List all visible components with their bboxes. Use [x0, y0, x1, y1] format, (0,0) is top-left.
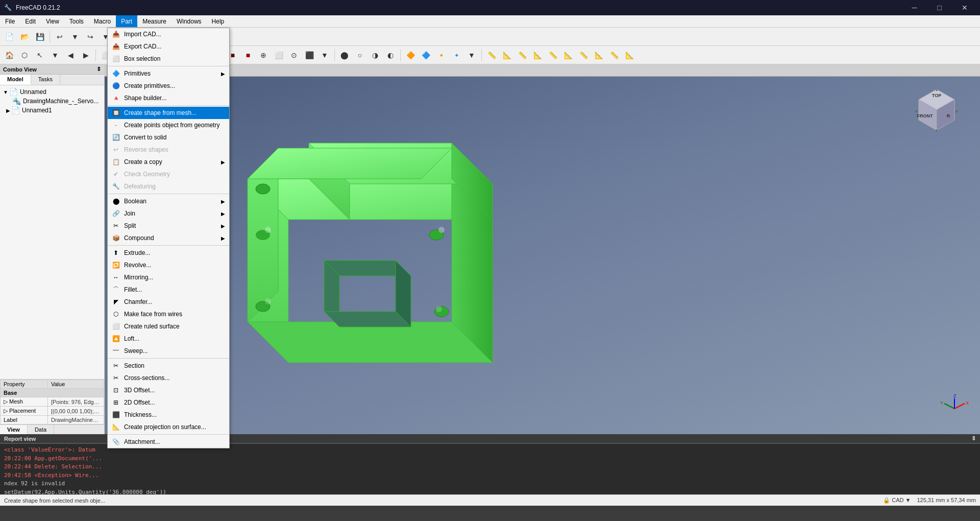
tb-measure7[interactable]: 📏 — [576, 48, 591, 62]
sep-7 — [400, 49, 401, 61]
tree-item-unnamed-label: Unnamed — [20, 88, 46, 96]
tb-measure6[interactable]: 📐 — [561, 48, 575, 62]
tab-tasks[interactable]: Tasks — [31, 75, 60, 85]
report-view[interactable]: <class 'ValueError'>: Datum 20:22:00 App… — [0, 443, 980, 494]
tb-save[interactable]: 💾 — [33, 30, 47, 44]
tb-new[interactable]: 📄 — [2, 30, 16, 44]
tb-measure8[interactable]: 📐 — [592, 48, 606, 62]
tab-data[interactable]: Data — [28, 425, 54, 434]
tb-chain-drop[interactable]: ▼ — [195, 30, 209, 44]
tb-part4[interactable]: 🔹 — [449, 48, 463, 62]
tree-item-unnamed[interactable]: ▼ 📄 Unnamed — [2, 87, 102, 97]
nav-cube-svg: TOP FRONT R ▲ ◀ ▶ ▼ — [914, 87, 960, 133]
tb-select-mode[interactable]: 🔷 — [129, 48, 143, 62]
tb-view-r1[interactable]: ■ — [210, 48, 225, 62]
menu-edit[interactable]: Edit — [20, 15, 41, 27]
close-button[interactable]: ✕ — [953, 0, 976, 15]
doc-tab-unnamed1-close[interactable]: ✕ — [207, 68, 211, 74]
svg-point-20 — [436, 306, 442, 312]
tb-view-r3[interactable]: ■ — [241, 48, 255, 62]
cad-label: 🔒 CAD ▼ — [883, 497, 911, 504]
tb-part3[interactable]: 🔸 — [434, 48, 448, 62]
tb-home[interactable]: 🏠 — [2, 48, 16, 62]
tb-chain[interactable]: 🔗 — [180, 30, 194, 44]
app-title: FreeCAD 0.21.2 — [16, 4, 60, 11]
combo-view-header: Combo View ⇕ — [0, 64, 104, 75]
tb-nav-fwd[interactable]: ▶ — [79, 48, 93, 62]
tb-part-drop[interactable]: ▼ — [464, 48, 479, 62]
tb-measure1[interactable]: 📏 — [484, 48, 499, 62]
tb-tool2[interactable]: ⬜ — [272, 48, 286, 62]
tree-item-drawing-machine[interactable]: 🔩 DrawingMachine_-_Servo... — [2, 97, 102, 106]
tb-redo-drop[interactable]: ▼ — [99, 30, 113, 44]
tb-measure5[interactable]: 📏 — [546, 48, 560, 62]
menu-view[interactable]: View — [41, 15, 64, 27]
tb-folder2[interactable]: 📁 — [149, 30, 163, 44]
tb-redo[interactable]: ↪ — [83, 30, 97, 44]
tb-undo-drop[interactable]: ▼ — [68, 30, 82, 44]
tb-nav-back[interactable]: ◀ — [63, 48, 78, 62]
tb-measure3[interactable]: 📏 — [515, 48, 529, 62]
tb-tool1[interactable]: ⊕ — [256, 48, 271, 62]
prop-row-mesh[interactable]: ▷ Mesh [Points: 976, Edges... — [1, 397, 104, 407]
tb-view-rotate[interactable]: ↺ — [164, 48, 179, 62]
tb-cursor-drop[interactable]: ▼ — [48, 48, 62, 62]
tb-view-drop[interactable]: ▼ — [114, 48, 128, 62]
minimize-button[interactable]: ─ — [903, 0, 926, 15]
tb-yellow-box[interactable]: ⬜ — [134, 30, 148, 44]
tb-view-front[interactable]: ■ — [180, 48, 194, 62]
doc-tab-unnamed[interactable]: Unnamed : 1* ✕ — [107, 65, 159, 76]
tree-item-drawing-machine-label: DrawingMachine_-_Servo... — [23, 98, 99, 105]
svg-line-33 — [954, 404, 965, 409]
tb-bool2[interactable]: ○ — [353, 48, 367, 62]
tb-cursor[interactable]: ↖ — [33, 48, 47, 62]
combo-view-expand[interactable]: ⇕ — [96, 66, 101, 73]
report-line-extra-1: ndex 92 is invalid — [4, 480, 976, 488]
tb-measure10[interactable]: 📐 — [622, 48, 636, 62]
tb-measure9[interactable]: 📏 — [607, 48, 621, 62]
menu-tools[interactable]: Tools — [64, 15, 89, 27]
tb-view-3d[interactable]: ⬜ — [99, 48, 113, 62]
tab-model[interactable]: Model — [0, 75, 31, 85]
menu-measure[interactable]: Measure — [137, 15, 172, 27]
sep-8 — [481, 49, 482, 61]
tb-close-x[interactable]: ✕ — [118, 30, 133, 44]
menu-windows[interactable]: Windows — [172, 15, 207, 27]
tb-help-q[interactable]: ❓ — [144, 48, 159, 62]
tb-undo[interactable]: ↩ — [53, 30, 67, 44]
value-col-header: Value — [47, 380, 104, 389]
tb-iso[interactable]: ⬡ — [17, 48, 32, 62]
doc-tab-unnamed-close[interactable]: ✕ — [150, 68, 154, 74]
tb-measure2[interactable]: 📐 — [500, 48, 514, 62]
menu-file[interactable]: File — [0, 15, 20, 27]
tb-refresh[interactable]: 🔄 — [164, 30, 179, 44]
tb-view-back[interactable]: ◼ — [195, 48, 209, 62]
tab-view[interactable]: View — [0, 425, 28, 434]
menu-macro[interactable]: Macro — [89, 15, 116, 27]
tree-item-unnamed1[interactable]: ▶ 📄 Unnamed1 — [2, 106, 102, 115]
doc-tab-unnamed1[interactable]: Unnamed1 : 1* ✕ — [160, 65, 216, 76]
viewport[interactable]: TOP FRONT R ▲ ◀ ▶ ▼ X Y Z — [105, 77, 980, 434]
lock-icon: 🔒 — [883, 497, 890, 503]
report-view-controls[interactable]: ⇕ — [971, 435, 976, 442]
tb-tool3[interactable]: ⊙ — [287, 48, 301, 62]
navigation-cube[interactable]: TOP FRONT R ▲ ◀ ▶ ▼ — [914, 87, 960, 133]
axes-indicator: X Y Z — [939, 393, 970, 424]
tb-bool1[interactable]: ⬤ — [337, 48, 352, 62]
tb-tool4[interactable]: ⬛ — [302, 48, 316, 62]
tb-open[interactable]: 📂 — [17, 30, 32, 44]
cad-dropdown[interactable]: ▼ — [905, 497, 911, 503]
tb-part2[interactable]: 🔷 — [419, 48, 433, 62]
tb-bool4[interactable]: ◐ — [383, 48, 398, 62]
tb-bool3[interactable]: ◑ — [368, 48, 382, 62]
tb-part1[interactable]: 🔶 — [403, 48, 418, 62]
prop-row-label[interactable]: Label DrawingMachine_-... — [1, 416, 104, 424]
prop-row-placement[interactable]: ▷ Placement [(0,00 0,00 1,00); 0,... — [1, 407, 104, 416]
tb-view-r2[interactable]: ■ — [226, 48, 240, 62]
maximize-button[interactable]: □ — [928, 0, 951, 15]
menu-help[interactable]: Help — [207, 15, 230, 27]
menu-part[interactable]: Part — [116, 15, 137, 27]
tb-measure4[interactable]: 📐 — [530, 48, 545, 62]
tb-tool-drop[interactable]: ▼ — [317, 48, 332, 62]
combo-tabs: Model Tasks — [0, 75, 104, 85]
